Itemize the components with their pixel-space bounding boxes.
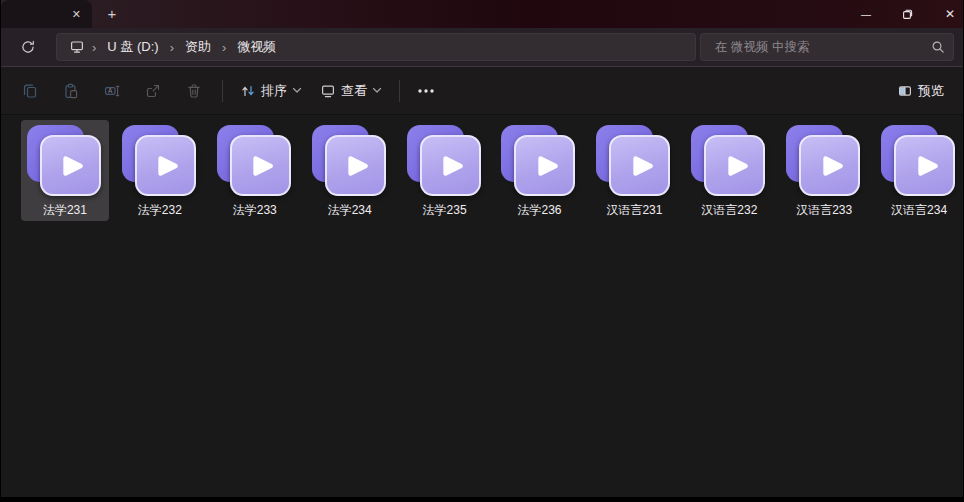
share-button[interactable] bbox=[132, 75, 173, 107]
play-icon bbox=[529, 150, 561, 182]
svg-text:A: A bbox=[108, 87, 113, 94]
file-name: 法学236 bbox=[517, 202, 561, 219]
breadcrumb-segment[interactable]: U 盘 (D:) bbox=[101, 38, 164, 56]
video-file-icon bbox=[406, 125, 484, 199]
play-icon bbox=[339, 150, 371, 182]
window-controls: — ✕ bbox=[845, 0, 964, 28]
file-name: 汉语言233 bbox=[796, 202, 852, 219]
rename-button[interactable]: A bbox=[91, 75, 132, 107]
tab-close-icon[interactable]: ✕ bbox=[72, 9, 81, 20]
refresh-button[interactable] bbox=[10, 33, 46, 61]
toolbar-divider bbox=[222, 80, 223, 102]
breadcrumb-segment[interactable]: 资助 bbox=[179, 38, 217, 56]
stacked-square-front bbox=[894, 135, 955, 196]
video-file-icon bbox=[311, 125, 389, 199]
file-name: 汉语言234 bbox=[891, 202, 947, 219]
close-button[interactable]: ✕ bbox=[929, 0, 964, 28]
view-label: 查看 bbox=[341, 82, 367, 100]
video-file-icon bbox=[880, 125, 958, 199]
preview-label: 预览 bbox=[918, 82, 944, 100]
rename-icon: A bbox=[104, 83, 120, 99]
play-icon bbox=[624, 150, 656, 182]
stacked-square-front bbox=[420, 135, 481, 196]
copy-button[interactable] bbox=[9, 75, 50, 107]
window-bottom-edge bbox=[0, 497, 964, 502]
play-icon bbox=[54, 150, 86, 182]
search-input[interactable] bbox=[713, 39, 931, 55]
breadcrumb-segment[interactable]: 微视频 bbox=[231, 38, 282, 56]
play-icon bbox=[814, 150, 846, 182]
stacked-square-front bbox=[609, 135, 670, 196]
file-name: 法学231 bbox=[43, 202, 87, 219]
stacked-square-front bbox=[325, 135, 386, 196]
view-button[interactable]: 查看 bbox=[311, 75, 391, 107]
restore-icon bbox=[902, 8, 914, 20]
file-name: 法学234 bbox=[328, 202, 372, 219]
maximize-restore-button[interactable] bbox=[887, 0, 929, 28]
file-list-area: 法学231 法学232 法学233 bbox=[1, 115, 963, 497]
file-name: 法学232 bbox=[138, 202, 182, 219]
address-breadcrumb-bar[interactable]: ›U 盘 (D:)›资助›微视频 bbox=[56, 33, 696, 61]
file-item[interactable]: 汉语言233 bbox=[780, 120, 868, 221]
file-name: 法学235 bbox=[423, 202, 467, 219]
view-icon bbox=[320, 83, 336, 99]
stacked-square-front bbox=[704, 135, 765, 196]
share-icon bbox=[145, 83, 161, 99]
chevron-down-icon bbox=[292, 87, 302, 94]
play-icon bbox=[719, 150, 751, 182]
minimize-button[interactable]: — bbox=[845, 0, 887, 28]
more-options-button[interactable] bbox=[408, 75, 444, 107]
paste-button[interactable] bbox=[50, 75, 91, 107]
play-icon bbox=[244, 150, 276, 182]
file-item[interactable]: 汉语言232 bbox=[685, 120, 773, 221]
paste-icon bbox=[63, 83, 79, 99]
file-grid: 法学231 法学232 法学233 bbox=[21, 120, 963, 221]
stacked-square-front bbox=[135, 135, 196, 196]
preview-toggle-button[interactable]: 预览 bbox=[888, 75, 953, 107]
toolbar-divider bbox=[399, 80, 400, 102]
breadcrumb-chevron-icon[interactable]: › bbox=[165, 41, 179, 54]
stacked-square-front bbox=[514, 135, 575, 196]
search-box[interactable] bbox=[700, 33, 954, 61]
breadcrumb-chevron-icon[interactable]: › bbox=[217, 41, 231, 54]
video-file-icon bbox=[785, 125, 863, 199]
ellipsis-icon bbox=[417, 88, 435, 94]
delete-button[interactable] bbox=[173, 75, 214, 107]
play-icon bbox=[149, 150, 181, 182]
file-item[interactable]: 汉语言234 bbox=[875, 120, 963, 221]
file-item[interactable]: 法学231 bbox=[21, 120, 109, 221]
stacked-square-front bbox=[230, 135, 291, 196]
video-file-icon bbox=[690, 125, 768, 199]
file-explorer-window: ✕ + — ✕ bbox=[1, 0, 963, 497]
video-file-icon bbox=[26, 125, 104, 199]
sort-button[interactable]: 排序 bbox=[231, 75, 311, 107]
command-bar: A bbox=[1, 67, 963, 115]
sort-icon bbox=[240, 83, 256, 99]
file-item[interactable]: 汉语言231 bbox=[590, 120, 678, 221]
video-file-icon bbox=[121, 125, 199, 199]
sort-label: 排序 bbox=[261, 82, 287, 100]
video-file-icon bbox=[595, 125, 673, 199]
search-icon[interactable] bbox=[931, 40, 945, 54]
copy-icon bbox=[22, 83, 38, 99]
video-file-icon bbox=[500, 125, 578, 199]
explorer-tab[interactable]: ✕ bbox=[1, 0, 92, 28]
play-icon bbox=[909, 150, 941, 182]
video-file-icon bbox=[216, 125, 294, 199]
file-item[interactable]: 法学233 bbox=[211, 120, 299, 221]
file-item[interactable]: 法学236 bbox=[496, 120, 584, 221]
file-item[interactable]: 法学235 bbox=[401, 120, 489, 221]
play-icon bbox=[434, 150, 466, 182]
file-item[interactable]: 法学232 bbox=[116, 120, 204, 221]
breadcrumb: ›U 盘 (D:)›资助›微视频 bbox=[87, 38, 282, 56]
file-name: 汉语言232 bbox=[701, 202, 757, 219]
stacked-square-front bbox=[799, 135, 860, 196]
file-name: 法学233 bbox=[233, 202, 277, 219]
new-tab-button[interactable]: + bbox=[102, 4, 122, 24]
stacked-square-front bbox=[40, 135, 101, 196]
file-item[interactable]: 法学234 bbox=[306, 120, 394, 221]
refresh-icon bbox=[20, 39, 36, 55]
breadcrumb-chevron-icon[interactable]: › bbox=[87, 41, 101, 54]
this-pc-icon[interactable] bbox=[69, 39, 85, 55]
file-name: 汉语言231 bbox=[606, 202, 662, 219]
